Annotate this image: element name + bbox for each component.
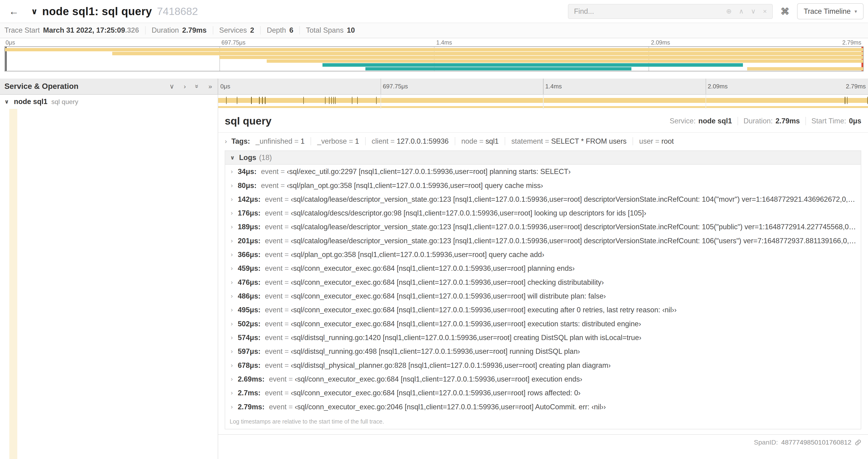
chevron-right-icon: › <box>231 292 233 300</box>
expand-all-icon[interactable]: » <box>208 83 212 90</box>
log-event: event = ‹sql/distsql_physical_planner.go… <box>265 361 611 370</box>
timeline-header-row: Service & Operation ∨ › » » 0μs697.75μs1… <box>0 78 868 95</box>
log-timestamp: 201μs: <box>238 237 260 245</box>
log-equals: = <box>283 195 291 203</box>
logs-list: ›34μs:event = ‹sql/exec_util.go:2297 [ns… <box>225 165 861 414</box>
grid-line <box>380 95 381 109</box>
log-row[interactable]: ›176μs:event = ‹sql/catalog/descs/descri… <box>225 206 861 220</box>
log-row[interactable]: ›486μs:event = ‹sql/conn_executor_exec.g… <box>225 289 861 303</box>
trace-collapse-icon[interactable]: ∨ <box>31 6 38 16</box>
log-row[interactable]: ›459μs:event = ‹sql/conn_executor_exec.g… <box>225 262 861 275</box>
tag-equals: = <box>477 137 486 145</box>
log-field-value: ‹sql/catalog/lease/descriptor_version_st… <box>291 237 856 245</box>
log-event: event = ‹sql/catalog/lease/descriptor_ve… <box>265 223 857 231</box>
chevron-right-icon: › <box>231 182 233 190</box>
log-timestamp: 476μs: <box>238 278 260 287</box>
log-field-key: event <box>265 251 283 259</box>
ruler-tick-label: 0μs <box>220 83 230 90</box>
ruler-tick-label: 2.79ms <box>846 83 866 90</box>
summary-item-label: Services <box>219 26 247 35</box>
log-field-value: ‹sql/distsql_physical_planner.go:828 [ns… <box>291 361 611 369</box>
search-locate-icon[interactable]: ⊕ <box>726 7 732 15</box>
summary-item-label: Depth <box>267 26 286 35</box>
logs-block: ∨ Logs (18) ›34μs:event = ‹sql/exec_util… <box>225 151 861 429</box>
log-row[interactable]: ›189μs:event = ‹sql/catalog/lease/descri… <box>225 220 861 234</box>
log-event: event = ‹sql/conn_executor_exec.go:684 [… <box>265 320 641 328</box>
search-next-icon[interactable]: ∨ <box>751 7 756 15</box>
log-row[interactable]: ›574μs:event = ‹sql/distsql_running.go:1… <box>225 331 861 345</box>
log-event: event = ‹sql/conn_executor_exec.go:684 [… <box>265 389 581 397</box>
log-row[interactable]: ›2.69ms:event = ‹sql/conn_executor_exec.… <box>225 372 861 386</box>
back-button[interactable]: ← <box>4 0 23 23</box>
chevron-right-icon: › <box>231 264 233 273</box>
log-row[interactable]: ›142μs:event = ‹sql/catalog/lease/descri… <box>225 192 861 206</box>
tag-item: user = root <box>632 137 680 145</box>
link-icon[interactable] <box>855 439 861 446</box>
tags-row[interactable]: › Tags: _unfinished = 1_verbose = 1clien… <box>218 133 868 150</box>
log-marker <box>867 97 868 104</box>
span-toggle-icon[interactable]: ∨ <box>4 98 9 105</box>
log-timestamp: 486μs: <box>238 292 260 300</box>
log-row[interactable]: ›2.79ms:event = ‹sql/conn_executor_exec.… <box>225 400 861 414</box>
log-row[interactable]: ›502μs:event = ‹sql/conn_executor_exec.g… <box>225 317 861 331</box>
log-row[interactable]: ›366μs:event = ‹sql/plan_opt.go:358 [nsq… <box>225 248 861 261</box>
log-field-value: ‹sql/plan_opt.go:358 [nsql1,client=127.0… <box>287 182 543 190</box>
tag-value: sql1 <box>486 137 499 145</box>
chevron-right-icon: › <box>231 403 233 411</box>
log-event: event = ‹sql/conn_executor_exec.go:684 [… <box>265 292 606 300</box>
collapse-all-icon[interactable]: » <box>194 85 200 88</box>
chevron-right-icon: › <box>231 320 233 328</box>
log-field-key: event <box>265 306 283 314</box>
log-event: event = ‹sql/conn_executor_exec.go:2046 … <box>269 403 606 411</box>
log-equals: = <box>283 237 291 245</box>
minimap-canvas[interactable] <box>4 46 864 71</box>
chevron-right-icon: › <box>231 375 233 384</box>
log-row[interactable]: ›597μs:event = ‹sql/distsql_running.go:4… <box>225 345 861 358</box>
log-marker <box>329 97 330 104</box>
grid-line <box>380 78 381 94</box>
search-clear-icon[interactable]: × <box>763 7 767 15</box>
keyboard-shortcuts-button[interactable]: ⌘ <box>778 6 792 17</box>
log-row[interactable]: ›80μs:event = ‹sql/plan_opt.go:358 [nsql… <box>225 179 861 192</box>
search-box: ⊕ ∧ ∨ × <box>568 4 773 19</box>
log-field-key: event <box>265 347 283 355</box>
logs-header[interactable]: ∨ Logs (18) <box>225 151 861 165</box>
trace-summary-bar: Trace StartMarch 31 2022, 17:25:09.326Du… <box>0 23 868 38</box>
search-prev-icon[interactable]: ∧ <box>739 7 744 15</box>
tag-equals: = <box>347 137 355 145</box>
span-row: ∨ node sql1 sql query <box>0 95 868 109</box>
log-field-value: ‹sql/conn_executor_exec.go:684 [nsql1,cl… <box>291 278 604 286</box>
minimap-span-bar <box>322 63 743 66</box>
log-equals: = <box>279 167 287 176</box>
log-field-key: event <box>265 264 283 272</box>
collapse-one-icon[interactable]: ∨ <box>169 83 174 90</box>
tag-item: _verbose = 1 <box>311 137 365 145</box>
log-event: event = ‹sql/catalog/lease/descriptor_ve… <box>265 195 857 204</box>
search-input[interactable] <box>568 4 720 19</box>
summary-item: Duration2.79ms <box>145 26 213 35</box>
tag-equals: = <box>653 137 661 145</box>
log-field-key: event <box>265 278 283 286</box>
grid-line <box>706 78 706 94</box>
span-row-name-cell[interactable]: ∨ node sql1 sql query <box>0 95 218 109</box>
span-bar-cell[interactable] <box>218 95 868 109</box>
log-field-key: event <box>265 333 283 342</box>
span-meta-value: node sql1 <box>699 117 732 125</box>
summary-item-value: 2.79ms <box>182 26 207 35</box>
log-row[interactable]: ›495μs:event = ‹sql/conn_executor_exec.g… <box>225 303 861 317</box>
log-row[interactable]: ›201μs:event = ‹sql/catalog/lease/descri… <box>225 234 861 248</box>
log-row[interactable]: ›678μs:event = ‹sql/distsql_physical_pla… <box>225 358 861 372</box>
span-detail-meta: Service:node sql1Duration:2.79msStart Ti… <box>664 117 861 125</box>
log-field-key: event <box>261 182 278 190</box>
ruler-tick-label: 697.75μs <box>383 83 408 90</box>
logs-footnote: Log timestamps are relative to the start… <box>225 414 861 429</box>
timeline-minimap: 0μs697.75μs1.4ms2.09ms2.79ms <box>0 38 868 71</box>
log-row[interactable]: ›34μs:event = ‹sql/exec_util.go:2297 [ns… <box>225 165 861 178</box>
log-row[interactable]: ›2.7ms:event = ‹sql/conn_executor_exec.g… <box>225 386 861 400</box>
log-equals: = <box>283 292 291 300</box>
log-row[interactable]: ›476μs:event = ‹sql/conn_executor_exec.g… <box>225 275 861 289</box>
log-marker <box>352 97 352 104</box>
log-field-value: ‹sql/distsql_running.go:1420 [nsql1,clie… <box>291 333 642 342</box>
expand-one-icon[interactable]: › <box>184 83 186 90</box>
trace-timeline-dropdown[interactable]: Trace Timeline ▾ <box>797 3 864 19</box>
